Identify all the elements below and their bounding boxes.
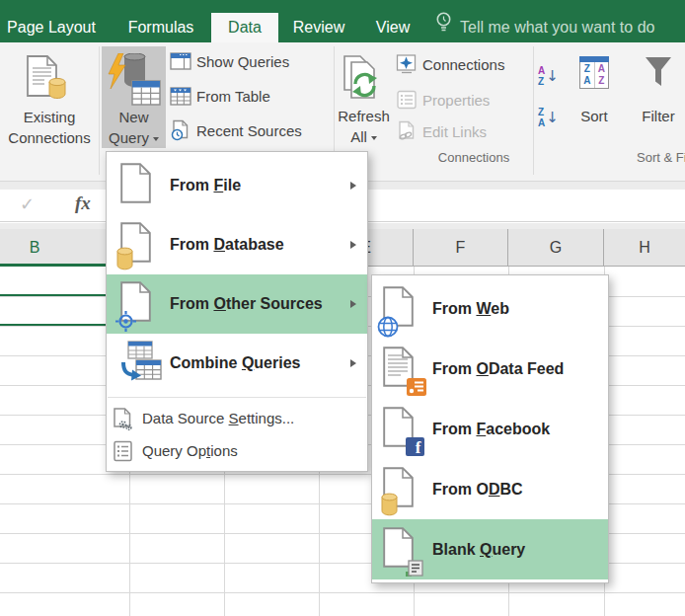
menu-separator: [108, 397, 366, 398]
menu-item-label: From OData Feed: [432, 360, 564, 378]
menu-item-from-web[interactable]: From Web: [372, 278, 608, 339]
sort-label: Sort: [569, 106, 620, 126]
submenu-arrow-icon: [350, 182, 356, 190]
gridline-horizontal: [0, 592, 685, 593]
show-queries-label: Show Queries: [196, 53, 289, 70]
menu-item-label: From Web: [432, 300, 509, 318]
submenu-arrow-icon: [350, 359, 356, 367]
menu-item-label: From File: [170, 177, 241, 194]
menu-item-from-file[interactable]: From File: [107, 156, 367, 215]
other-sources-icon: [120, 281, 158, 327]
recent-sources-icon: [170, 119, 191, 141]
filter-label: Filter: [632, 106, 685, 126]
connections-label: Connections: [422, 56, 504, 73]
lightbulb-icon: [433, 11, 454, 38]
existing-connections-button[interactable]: Existing Connections: [0, 46, 99, 176]
properties-icon: [396, 89, 418, 111]
menu-item-query-options[interactable]: Query Options: [107, 434, 367, 467]
tab-page-layout[interactable]: Page Layout: [4, 13, 99, 42]
combine-queries-icon: [120, 341, 158, 386]
menu-item-from-odata-feed[interactable]: From OData Feed: [372, 339, 608, 399]
new-query-menu: From File From Database: [106, 151, 368, 472]
excel-window: Page Layout Formulas Data Review View Te…: [0, 0, 685, 616]
new-query-button[interactable]: New Query: [102, 46, 166, 148]
new-query-icon: [107, 53, 162, 111]
menu-item-label: From ODBC: [432, 481, 523, 499]
tell-me-search[interactable]: Tell me what you want to do: [460, 13, 654, 42]
properties-button: Properties: [396, 87, 490, 113]
existing-connections-label: Existing Connections: [0, 107, 99, 148]
sort-za-button[interactable]: ZA ↓: [538, 107, 559, 128]
menu-item-from-other-sources[interactable]: From Other Sources: [107, 274, 367, 334]
web-icon: [383, 286, 420, 332]
refresh-all-label: Refresh All: [333, 106, 395, 147]
group-label-sort-filter: Sort & Fi: [637, 150, 685, 165]
tab-view[interactable]: View: [368, 13, 418, 42]
other-sources-submenu: From Web From OData Feed: [371, 274, 609, 583]
existing-connections-icon: [26, 54, 71, 108]
menu-item-label: From Database: [170, 236, 284, 254]
tab-review[interactable]: Review: [288, 13, 349, 42]
edit-links-icon: [396, 120, 418, 142]
enter-icon[interactable]: ✓: [20, 193, 35, 215]
file-icon: [120, 163, 158, 208]
edit-links-button: Edit Links: [396, 118, 487, 144]
query-options-icon: [114, 440, 133, 462]
tab-data[interactable]: Data: [211, 13, 278, 42]
facebook-icon: f: [383, 407, 420, 452]
menu-item-from-database[interactable]: From Database: [107, 215, 367, 274]
menu-item-data-source-settings[interactable]: Data Source Settings...: [107, 402, 367, 434]
edit-links-label: Edit Links: [422, 123, 487, 140]
connections-icon: [396, 53, 418, 75]
menu-item-label: Combine Queries: [170, 354, 300, 372]
from-table-icon: [170, 85, 191, 107]
menu-item-label: Blank Query: [432, 541, 525, 559]
menu-item-label: Query Options: [142, 442, 238, 459]
column-header-f[interactable]: F: [414, 229, 508, 266]
dropdown-caret-icon: [153, 137, 159, 141]
menu-item-from-facebook[interactable]: f From Facebook: [372, 399, 608, 459]
submenu-arrow-icon: [350, 300, 356, 308]
data-source-settings-icon: [114, 408, 133, 429]
insert-function-icon[interactable]: fx: [75, 192, 91, 214]
new-query-label: New Query: [102, 107, 166, 148]
from-table-button[interactable]: From Table: [170, 83, 270, 109]
group-label-connections: Connections: [396, 150, 552, 165]
properties-label: Properties: [422, 92, 490, 109]
recent-sources-label: Recent Sources: [196, 122, 302, 139]
show-queries-button[interactable]: Show Queries: [170, 48, 289, 74]
refresh-all-icon: [342, 54, 387, 108]
menu-item-from-odbc[interactable]: From ODBC: [372, 459, 608, 519]
database-icon: [120, 222, 158, 268]
sort-az-button[interactable]: AZ ↓: [538, 65, 559, 87]
menu-item-blank-query[interactable]: Blank Query: [372, 519, 608, 579]
from-table-label: From Table: [196, 88, 270, 105]
filter-funnel-icon: [645, 56, 672, 96]
group-divider: [99, 46, 100, 175]
show-queries-icon: [170, 50, 191, 72]
svg-text:f: f: [416, 438, 421, 456]
odbc-icon: [383, 467, 420, 512]
submenu-arrow-icon: [350, 241, 356, 249]
menu-item-label: From Other Sources: [170, 295, 323, 313]
ribbon-tab-bar: Page Layout Formulas Data Review View Te…: [0, 0, 685, 42]
connections-button[interactable]: Connections: [396, 51, 504, 77]
dropdown-caret-icon: [371, 136, 377, 140]
column-header-h[interactable]: H: [604, 229, 685, 266]
menu-item-label: Data Source Settings...: [142, 410, 294, 426]
column-header-g[interactable]: G: [508, 229, 604, 266]
menu-item-combine-queries[interactable]: Combine Queries: [107, 334, 367, 393]
odata-feed-icon: [383, 346, 420, 392]
sort-button[interactable]: ZA AZ Sort: [569, 46, 620, 176]
sort-dialog-icon: ZA AZ: [579, 56, 609, 89]
recent-sources-button[interactable]: Recent Sources: [170, 117, 302, 143]
tab-formulas[interactable]: Formulas: [121, 13, 200, 42]
blank-query-icon: [383, 527, 420, 573]
menu-item-label: From Facebook: [432, 421, 550, 438]
